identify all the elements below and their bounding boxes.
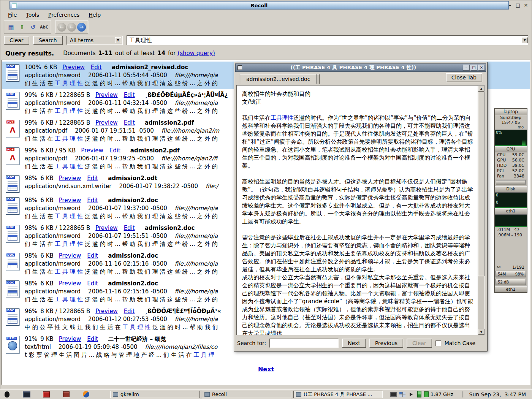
gk-memory-krell[interactable]: 54M 98% (496, 271, 526, 277)
result-preview-link[interactable]: Preview (59, 197, 81, 204)
titlebar-gradient[interactable]: Recoll (10, 1, 509, 10)
maximize-button[interactable]: □ (515, 2, 521, 8)
search-query-input[interactable] (127, 37, 522, 44)
preview-maximize-button[interactable]: □ (470, 65, 477, 71)
window-title: Recoll (251, 3, 268, 8)
menu-tools[interactable]: Tools (22, 11, 43, 19)
workspace-pager-icon[interactable] (399, 392, 405, 397)
close-button[interactable]: × (523, 2, 529, 8)
result-filename: 二十一世纪经济 – 细览 (108, 336, 166, 342)
preview-tab[interactable]: admission2...evised.doc (240, 74, 317, 84)
result-edit-link[interactable]: Edit (124, 308, 135, 315)
scroll-down-icon[interactable]: ▼ (478, 329, 484, 335)
search-button[interactable]: Search (33, 36, 63, 45)
gk-sensor-row: HDD39.0C (495, 163, 527, 168)
result-edit-link[interactable]: Edit (124, 225, 135, 231)
result-size: 8 KB / 1228865 B (40, 308, 90, 315)
preview-titlebar[interactable]: ((工 PHRASE 4 具 PHRASE 4 理 PHRASE 4 性)) –… (235, 63, 486, 72)
preview-close-button[interactable]: × (478, 65, 485, 71)
preview-paragraph: 高校招生的社会功能和目的 (242, 90, 474, 98)
taskbar-task[interactable]: ((工 PHRASE 4 具 PHRASE ... (293, 391, 383, 398)
window-titlebar[interactable]: Recoll – □ × (1, 1, 531, 10)
volume-icon[interactable] (410, 393, 415, 396)
result-size: 6 KB / 95 KB (40, 147, 76, 154)
table-view-icon[interactable]: ▦ (6, 22, 16, 32)
result-preview-link[interactable]: Preview (95, 119, 117, 126)
forward-icon[interactable]: → (77, 23, 86, 32)
terminal-launcher-icon[interactable] (22, 390, 31, 399)
result-edit-link[interactable]: Edit (87, 336, 98, 342)
keyboard-layout-icon[interactable] (390, 392, 397, 397)
result-preview-link[interactable]: Preview (59, 280, 81, 287)
taskbar-task[interactable]: gkrellm (110, 391, 200, 398)
search-mode-select[interactable]: All terms ▼ (66, 36, 123, 45)
result-edit-link[interactable]: Edit (124, 119, 135, 126)
result-preview-link[interactable]: Preview (95, 225, 117, 231)
result-edit-link[interactable]: Edit (87, 197, 98, 204)
match-case-checkbox[interactable] (435, 340, 441, 346)
result-edit-link[interactable]: Edit (109, 147, 120, 154)
doc-file-icon: DOC (5, 307, 20, 331)
result-preview-link[interactable]: Preview (59, 336, 81, 342)
minimize-button[interactable]: – (507, 2, 513, 8)
result-edit-link[interactable]: Edit (87, 175, 98, 182)
search-term-highlight: 工 具 理 性 (55, 163, 83, 170)
result-size: 6 KB (40, 175, 53, 182)
result-filename: admission2.doc (145, 225, 195, 231)
find-next-button[interactable]: Next (342, 339, 366, 348)
result-preview-link[interactable]: Preview (95, 92, 117, 98)
result-preview-link[interactable]: Preview (62, 64, 84, 71)
history-icon[interactable]: ↺ (28, 22, 38, 32)
scroll-up-icon[interactable]: ▲ (478, 86, 484, 92)
battery-icon[interactable] (417, 391, 421, 397)
scrollbar-thumb[interactable] (478, 92, 484, 276)
find-label: Search for: (237, 340, 266, 346)
package-launcher-icon[interactable] (62, 390, 71, 399)
result-snippet: 们 生 活 在 工 具 理 性 泛 滥 的 时 ... 帮 助 我 们 理 清 … (25, 296, 218, 304)
find-input[interactable] (269, 339, 339, 348)
result-preview-link[interactable]: Preview (59, 175, 81, 182)
chevron-down-icon[interactable]: ▼ (115, 37, 121, 43)
find-clear-button[interactable]: Clear (407, 339, 432, 348)
find-previous-button[interactable]: Previous (369, 339, 403, 348)
result-preview-link[interactable]: Preview (95, 308, 117, 315)
preview-scrollbar[interactable]: ▲ ▼ (478, 86, 484, 335)
task-label: gkrellm (120, 391, 139, 397)
menu-preferences[interactable]: Preferences (45, 11, 83, 19)
result-preview-link[interactable]: Preview (59, 252, 81, 259)
back-icon[interactable]: ← (57, 23, 66, 32)
gk-sensor-value: 59.0C (512, 152, 524, 158)
taskbar-task[interactable]: Recoll (202, 391, 291, 398)
doc-file-icon: DOC (5, 280, 20, 304)
result-edit-link[interactable]: Edit (87, 252, 98, 259)
gk-disk-read: 0 (496, 193, 498, 197)
preview-minimize-button[interactable]: – (463, 65, 470, 71)
firefox-launcher-icon[interactable] (81, 390, 90, 399)
pdf-file-icon: PDFΛ (5, 147, 20, 171)
clear-button[interactable]: Clear (4, 36, 29, 45)
preview-title: ((工 PHRASE 4 具 PHRASE 4 理 PHRASE 4 性)) (244, 64, 463, 71)
menu-file[interactable]: File (5, 11, 20, 19)
result-edit-link[interactable]: Edit (87, 280, 98, 287)
result-edit-link[interactable]: Edit (91, 64, 102, 71)
gk-volume-krell[interactable]: 52 dB (496, 279, 526, 285)
query-dropdown-icon[interactable]: ▼ (522, 37, 528, 43)
update-index-icon[interactable]: ⇑ (17, 22, 27, 32)
result-size: 6 KB / 1228865 B (40, 92, 90, 98)
menu-help[interactable]: Help (85, 11, 104, 19)
next-page-link[interactable]: Next (258, 366, 274, 373)
result-preview-link[interactable]: Preview (81, 147, 103, 154)
result-url: file:///home/qia (175, 205, 218, 212)
result-edit-link[interactable]: Edit (124, 92, 135, 98)
spellcheck-icon[interactable]: ÂbÇ (39, 22, 49, 32)
result-mimetype: application/msword (25, 100, 81, 106)
show-query-link[interactable]: (show query) (177, 50, 215, 57)
taskbar-clock: Sun Sep 23, 3:47 PM (462, 391, 530, 397)
close-tab-button[interactable]: Close Tab (446, 73, 482, 82)
gk-sensor-label: GPU (497, 158, 506, 163)
back-alt-icon[interactable]: ← (67, 23, 76, 32)
app-menu-icon[interactable] (2, 390, 11, 399)
media-launcher-icon[interactable] (42, 390, 51, 399)
file-type-tag: DOC (6, 281, 15, 284)
results-summary: Documents 1-11 out of at least 14 for (s… (63, 50, 215, 57)
